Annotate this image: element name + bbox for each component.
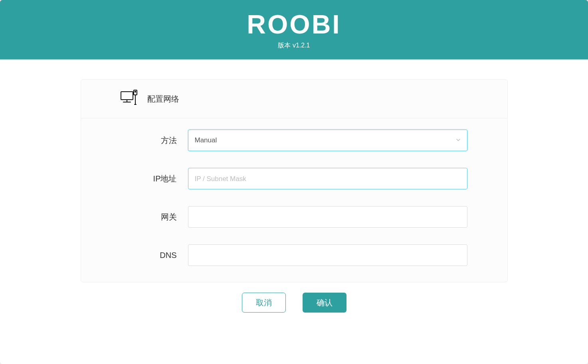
dns-control-wrap (188, 244, 467, 266)
method-select-value: Manual (195, 136, 217, 144)
page-container: ROOBI 版本 v1.2.1 配置网络 (0, 0, 588, 364)
ip-control-wrap (188, 168, 467, 189)
method-select[interactable]: Manual (188, 130, 467, 151)
dns-input[interactable] (188, 244, 467, 266)
gateway-control-wrap (188, 206, 467, 228)
gateway-row: 网关 (96, 206, 492, 228)
app-title: ROOBI (0, 11, 588, 37)
dns-row: DNS (96, 244, 492, 266)
network-icon (119, 89, 139, 109)
ip-label: IP地址 (96, 173, 188, 184)
ip-row: IP地址 (96, 168, 492, 189)
card-header: 配置网络 (81, 80, 507, 118)
svg-rect-0 (121, 92, 133, 100)
confirm-button-label: 确认 (317, 297, 333, 308)
network-config-card: 配置网络 方法 Manual IP地址 (81, 79, 508, 282)
gateway-label: 网关 (96, 212, 188, 222)
footer-actions: 取消 确认 (0, 282, 588, 329)
svg-point-4 (135, 91, 135, 92)
header: ROOBI 版本 v1.2.1 (0, 0, 588, 59)
card-body: 方法 Manual IP地址 (81, 118, 507, 282)
chevron-down-icon (456, 137, 461, 144)
dns-label: DNS (96, 251, 188, 260)
gateway-input[interactable] (188, 206, 467, 228)
content-area: 配置网络 方法 Manual IP地址 (0, 59, 588, 364)
cancel-button-label: 取消 (256, 297, 272, 308)
method-label: 方法 (96, 135, 188, 146)
method-row: 方法 Manual (96, 130, 492, 151)
cancel-button[interactable]: 取消 (242, 293, 286, 313)
confirm-button[interactable]: 确认 (303, 293, 346, 313)
version-label: 版本 v1.2.1 (0, 41, 588, 50)
method-control-wrap: Manual (188, 130, 467, 151)
ip-input[interactable] (188, 168, 467, 189)
card-title: 配置网络 (147, 94, 179, 104)
